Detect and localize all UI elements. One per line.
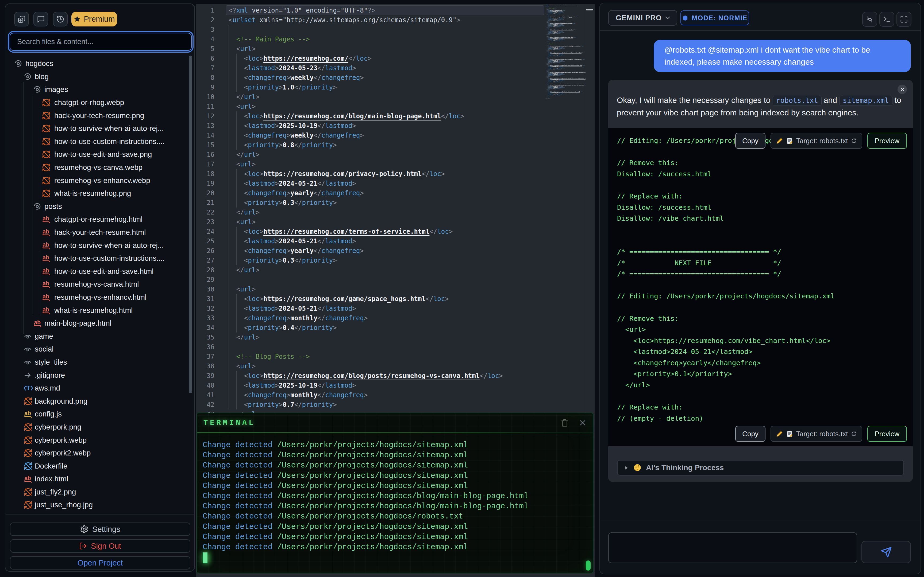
editor-scrollbar-thumb[interactable] — [586, 9, 593, 10]
close-icon[interactable] — [579, 419, 586, 427]
tree-item-game[interactable]: game — [5, 330, 194, 343]
tree-item-cyberpork-webp[interactable]: cyberpork.webp — [5, 434, 194, 446]
tree-item-label: hack-your-tech-resume.html — [54, 228, 146, 237]
trash-icon[interactable] — [561, 419, 569, 427]
restart-chat-button[interactable] — [862, 12, 877, 27]
indent-guide — [236, 111, 237, 150]
text-file-icon: ab — [42, 306, 51, 315]
markdown-text-icon: T — [24, 384, 33, 392]
terminal-scrollbar-thumb[interactable] — [586, 561, 591, 571]
premium-button[interactable]: Premium — [71, 12, 117, 26]
send-button[interactable] — [861, 541, 911, 563]
tree-item-how-to-use-custom-instructions-[interactable]: abhow-to-use-custom-instructions.... — [5, 252, 194, 265]
image-sync-off-icon — [42, 150, 51, 159]
tree-item-images[interactable]: images — [5, 83, 194, 96]
code-actions-top: CopyTarget: robots.txtPreview — [735, 133, 907, 149]
tree-item-hack-your-tech-resume-png[interactable]: hack-your-tech-resume.png — [5, 109, 194, 122]
text-file-icon: ab — [42, 215, 51, 224]
svg-text:ab: ab — [24, 410, 31, 417]
model-select[interactable]: GEMINI PRO — [608, 10, 677, 26]
eye-icon — [24, 332, 32, 340]
text-file-icon: ab — [42, 254, 51, 263]
indent-guide — [236, 169, 237, 208]
tree-item-label: how-to-use-edit-and-save.html — [54, 267, 153, 276]
image-sync-off-icon — [42, 189, 51, 198]
dismiss-message-button[interactable] — [898, 85, 907, 94]
tree-item-chatgpt-or-resumehog-html[interactable]: abchatgpt-or-resumehog.html — [5, 213, 194, 226]
fullscreen-button[interactable] — [897, 12, 911, 27]
thinking-process-toggle[interactable]: AI's Thinking Process — [617, 460, 904, 475]
tree-item-chatgpt-or-rhog-webp[interactable]: chatgpt-or-rhog.webp — [5, 96, 194, 109]
tree-item-resumehog-vs-canva-webp[interactable]: resumehog-vs-canva.webp — [5, 161, 194, 174]
minimap[interactable]: <?xml version="1.0" encoding="UTF-8"?> <… — [545, 5, 586, 411]
svg-text:ab: ab — [42, 306, 49, 313]
tree-item-posts[interactable]: posts — [5, 200, 194, 213]
eye-icon — [24, 358, 32, 366]
tree-item-resumehog-vs-canva-html[interactable]: abresumehog-vs-canva.html — [5, 278, 194, 291]
tree-item-just-use-rhog-jpg[interactable]: just_use_rhog.jpg — [5, 498, 194, 511]
tree-item-index-html[interactable]: abindex.html — [5, 472, 194, 486]
tree-item-resumehog-vs-enhancv-webp[interactable]: resumehog-vs-enhancv.webp — [5, 174, 194, 187]
target-file-chip[interactable]: Target: robots.txt — [771, 133, 862, 149]
tree-item-resumehog-vs-enhancv-html[interactable]: abresumehog-vs-enhancv.html — [5, 291, 194, 304]
file-chip[interactable]: sitemap.xml — [839, 96, 892, 106]
tree-item-dockerfile[interactable]: Dockerfile — [5, 459, 194, 472]
terminal-cursor — [203, 553, 207, 563]
arrow-right-icon — [24, 371, 32, 379]
settings-button[interactable]: Settings — [10, 522, 191, 536]
tree-item-aws-md[interactable]: Taws.md — [5, 382, 194, 395]
copy-button[interactable]: Copy — [735, 133, 766, 149]
tree-item-background-png[interactable]: background.png — [5, 395, 194, 408]
tree-item-what-is-resumehog-html[interactable]: abwhat-is-resumehog.html — [5, 304, 194, 317]
hexagon-icon — [682, 15, 688, 21]
preview-button[interactable]: Preview — [867, 133, 907, 149]
text-file-icon: ab — [42, 228, 51, 237]
tree-scrollbar[interactable] — [189, 56, 192, 393]
tree-item-main-blog-page-html[interactable]: abmain-blog-page.html — [5, 317, 194, 330]
tree-item-blog[interactable]: blog — [5, 70, 194, 83]
memo-icon — [786, 137, 793, 145]
tree-item-social[interactable]: social — [5, 343, 194, 356]
preview-button[interactable]: Preview — [867, 426, 907, 442]
target-file-chip[interactable]: Target: robots.txt — [771, 426, 862, 442]
text-file-icon: ab — [42, 241, 51, 250]
sign-out-button[interactable]: Sign Out — [10, 539, 191, 553]
tree-indent-guide — [40, 251, 40, 316]
reload-icon — [851, 431, 857, 437]
model-label: GEMINI PRO — [616, 14, 662, 22]
tree-item-how-to-use-edit-and-save-png[interactable]: how-to-use-edit-and-save.png — [5, 148, 194, 161]
terminal-toggle-button[interactable] — [879, 12, 894, 27]
tree-item-hogdocs[interactable]: hogdocs — [5, 57, 194, 70]
tree-item-style-tiles[interactable]: style_tiles — [5, 356, 194, 369]
tree-item-label: posts — [44, 202, 62, 211]
chat-input[interactable] — [608, 532, 857, 563]
tree-item-cyberpork2-webp[interactable]: cyberpork2.webp — [5, 446, 194, 460]
svg-text:ab: ab — [42, 228, 49, 235]
tree-item-hack-your-tech-resume-html[interactable]: abhack-your-tech-resume.html — [5, 226, 194, 239]
tree-item-how-to-survive-when-ai-auto-rej-[interactable]: how-to-survive-when-ai-auto-rej... — [5, 122, 194, 135]
image-sync-off-icon — [24, 422, 32, 432]
memo-icon — [786, 430, 793, 438]
tree-item-how-to-survive-when-ai-auto-rej-[interactable]: abhow-to-survive-when-ai-auto-rej... — [5, 239, 194, 252]
file-chip[interactable]: robots.txt — [773, 96, 822, 106]
tree-item-how-to-use-custom-instructions-[interactable]: how-to-use-custom-instructions.... — [5, 135, 194, 148]
send-icon — [881, 546, 892, 558]
tree-item-config-js[interactable]: abconfig.js — [5, 408, 194, 421]
tree-item-cyberpork-png[interactable]: cyberpork.png — [5, 421, 194, 434]
comments-button[interactable] — [34, 12, 48, 26]
terminal-header: TERMINAL — [197, 413, 593, 432]
history-button[interactable] — [53, 12, 68, 26]
new-file-button[interactable] — [14, 12, 29, 26]
open-project-button[interactable]: Open Project — [10, 556, 191, 569]
mode-toggle[interactable]: MODE: NORMIE — [680, 10, 749, 25]
terminal-title: TERMINAL — [204, 419, 255, 427]
search-input[interactable] — [10, 33, 192, 51]
tree-item-label: blog — [35, 73, 48, 81]
copy-button[interactable]: Copy — [735, 426, 766, 442]
indent-guide — [236, 227, 237, 265]
tree-item-how-to-use-edit-and-save-html[interactable]: abhow-to-use-edit-and-save.html — [5, 265, 194, 278]
tree-indent-guide — [23, 82, 24, 334]
tree-item-what-is-resumehog-png[interactable]: what-is-resumehog.png — [5, 187, 194, 200]
tree-item-just-fly2-png[interactable]: just_fly2.png — [5, 486, 194, 499]
tree-item--gitignore[interactable]: .gitignore — [5, 369, 194, 382]
